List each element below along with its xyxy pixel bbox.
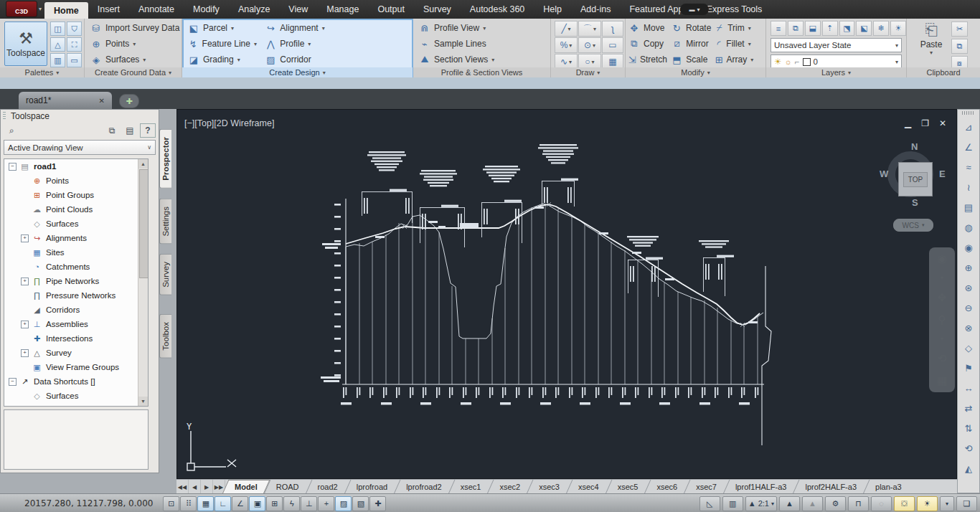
points-button[interactable]: ⊕Points▾ xyxy=(85,36,182,52)
hardware-acceleration-button[interactable]: ⛋ xyxy=(894,496,915,511)
view-cube-top-face[interactable]: TOP xyxy=(898,162,933,196)
item-view-toggle-icon[interactable]: ⧉ xyxy=(104,123,120,138)
snap-mode-toggle[interactable]: ⠿ xyxy=(180,496,197,511)
layout-tab-xsec3[interactable]: xsec3 xyxy=(529,480,569,494)
application-menu-button[interactable]: C3D xyxy=(6,1,37,17)
point-edit-icon[interactable]: ⊗ xyxy=(959,318,978,337)
layer-freeze-button[interactable]: ❄ xyxy=(873,21,889,36)
lock-ui-button[interactable]: ⊓ xyxy=(848,496,869,511)
tree-expander-icon[interactable]: + xyxy=(21,321,29,328)
menu-tab-annotate[interactable]: Annotate xyxy=(129,0,184,19)
layout-tab-xsec1[interactable]: xsec1 xyxy=(451,480,491,494)
zoom-icon[interactable]: ⚲ xyxy=(938,313,946,326)
layer-off-button[interactable]: ☀ xyxy=(890,21,906,36)
tree-item-data-shortcuts-[interactable]: −Data Shortcuts [] xyxy=(4,374,148,389)
map-globe-icon[interactable]: ◍ xyxy=(959,218,978,237)
panel-label-modify[interactable]: Modify▾ xyxy=(626,67,765,77)
panel-label-layers[interactable]: Layers▾ xyxy=(766,67,906,77)
selection-cycling-toggle[interactable]: ✚ xyxy=(369,496,386,511)
hatch-button[interactable]: %▾ xyxy=(555,37,578,53)
tree-expander-icon[interactable]: + xyxy=(21,234,29,242)
orbit-brush-icon[interactable]: ⟲ xyxy=(959,439,978,458)
panel-label-create-ground-data[interactable]: Create Ground Data▾ xyxy=(85,67,182,77)
copy-clip-button[interactable]: ⧉ xyxy=(951,39,968,54)
ortho-mode-toggle[interactable]: ∟ xyxy=(215,496,231,511)
layout-tab-xsec7[interactable]: xsec7 xyxy=(687,480,726,494)
new-drawing-tab-button[interactable]: ✚ xyxy=(119,94,139,108)
scroll-thumb[interactable] xyxy=(139,169,149,278)
layer-on-icon[interactable]: ☀ xyxy=(774,57,781,67)
layout-tab-lprof2half-a3[interactable]: lprof2HALF-a3 xyxy=(796,480,866,494)
side-tab-settings[interactable]: Settings xyxy=(159,199,171,245)
toolspace-title[interactable]: Toolspace xyxy=(1,110,159,122)
menu-tab-view[interactable]: View xyxy=(279,0,317,19)
infer-constraints-toggle[interactable]: ⊡ xyxy=(163,496,179,511)
menu-tab-insert[interactable]: Insert xyxy=(88,0,129,19)
tree-expander-icon[interactable]: + xyxy=(21,349,29,357)
isolate-objects-button[interactable]: ◌ xyxy=(871,496,892,511)
tab-prev-icon[interactable]: ◀ xyxy=(189,480,201,494)
profile-button[interactable]: ⋀Profile▾ xyxy=(259,36,331,52)
layout-tab-road2[interactable]: road2 xyxy=(308,480,347,494)
navbar-caret-icon[interactable]: ▾ xyxy=(941,275,943,281)
status-overflow-caret-icon[interactable]: ▾ xyxy=(940,496,954,511)
layout-tab-plan-a3[interactable]: plan-a3 xyxy=(866,480,911,494)
stretch-button[interactable]: ⇲Stretch xyxy=(626,52,667,67)
tree-item-points[interactable]: Points xyxy=(4,174,148,188)
navbar-caret2-icon[interactable]: ▾ xyxy=(941,336,943,342)
workspace-switching-button[interactable]: ⚙ xyxy=(825,496,846,511)
move-button[interactable]: ✥Move xyxy=(626,20,667,36)
dynamic-input-toggle[interactable]: + xyxy=(318,496,334,511)
ribbon-display-toggle[interactable]: ▬▾ xyxy=(680,4,709,15)
elevation-tool-icon[interactable]: ⇅ xyxy=(959,419,978,437)
layer-previous-button[interactable]: ⇡ xyxy=(822,21,838,36)
annotation-visibility-button[interactable]: ▲ xyxy=(779,496,800,511)
measure-brush-icon[interactable]: ◭ xyxy=(959,459,978,478)
create-point-icon[interactable]: ⊕ xyxy=(959,258,978,277)
panel-label-clipboard[interactable]: Clipboard xyxy=(907,67,980,77)
lineweight-toggle[interactable]: ▨ xyxy=(335,496,352,511)
view-selector-dropdown[interactable]: Active Drawing View∨ xyxy=(4,140,156,155)
menu-tab-analyze[interactable]: Analyze xyxy=(229,0,279,19)
isolate-highlight-button[interactable]: ☀ xyxy=(917,496,938,511)
layer-state-dropdown[interactable]: Unsaved Layer State▾ xyxy=(771,38,902,52)
layer-color-swatch[interactable] xyxy=(803,58,811,66)
application-menu-caret-icon[interactable]: ▾ xyxy=(39,6,42,12)
corridor-button[interactable]: ▨Corridor xyxy=(259,52,331,67)
layer-dropdown[interactable]: ☀ ☼ ⌐ 0 ▾ xyxy=(771,54,902,69)
layer-current-button[interactable]: ⬓ xyxy=(805,21,821,36)
pan-icon[interactable]: ✥ xyxy=(938,291,947,304)
surfaces-button[interactable]: ◈Surfaces▾ xyxy=(85,52,182,67)
tree-item-road1[interactable]: −road1 xyxy=(4,159,148,174)
model-space-button[interactable]: ◺ xyxy=(699,496,720,511)
object-snap-tracking-toggle[interactable]: ϟ xyxy=(283,496,300,511)
existing-ground-line[interactable] xyxy=(346,204,763,338)
tree-item-alignments[interactable]: +Alignments xyxy=(4,231,148,245)
tree-expander-icon[interactable]: − xyxy=(9,163,17,171)
view-cube[interactable]: N W E S TOP xyxy=(885,143,945,209)
tangent-curve-icon[interactable]: ∠ xyxy=(959,138,978,156)
layout-tab-model[interactable]: Model xyxy=(225,480,267,494)
layout-tab-xsec4[interactable]: xsec4 xyxy=(569,480,608,494)
layout-button[interactable]: ▥ xyxy=(722,496,743,511)
layer-match-button[interactable]: ⧉ xyxy=(788,21,804,36)
spiral-icon[interactable]: ≈ xyxy=(959,158,978,176)
clean-screen-button[interactable]: ❏ xyxy=(956,496,977,511)
compass-south[interactable]: S xyxy=(912,197,918,208)
tree-item-sites[interactable]: Sites xyxy=(4,245,148,260)
line-button[interactable]: ╱▾ xyxy=(555,21,578,37)
preview-toggle-icon[interactable]: ▤ xyxy=(122,123,138,138)
flag-station-icon[interactable]: ⚑ xyxy=(959,359,978,377)
layer-isolate-button[interactable]: ⬔ xyxy=(839,21,855,36)
rotate-button[interactable]: ↻Rotate xyxy=(669,20,711,36)
menu-tab-home[interactable]: Home xyxy=(44,2,88,19)
tab-first-icon[interactable]: ◀◀ xyxy=(176,480,189,494)
file-tab-close-icon[interactable]: ✕ xyxy=(99,97,105,105)
grading-button[interactable]: ◪Grading▾ xyxy=(182,52,257,67)
side-tab-prospector[interactable]: Prospector xyxy=(159,129,171,189)
menu-tab-output[interactable]: Output xyxy=(368,0,414,19)
profile-view-drawing[interactable]: Y xyxy=(177,110,955,478)
alignment-button[interactable]: ↪Alignment▾ xyxy=(259,20,331,36)
orbit-icon[interactable]: ⟲ xyxy=(938,352,947,365)
trim-button[interactable]: ⌿Trim▾ xyxy=(714,20,751,36)
